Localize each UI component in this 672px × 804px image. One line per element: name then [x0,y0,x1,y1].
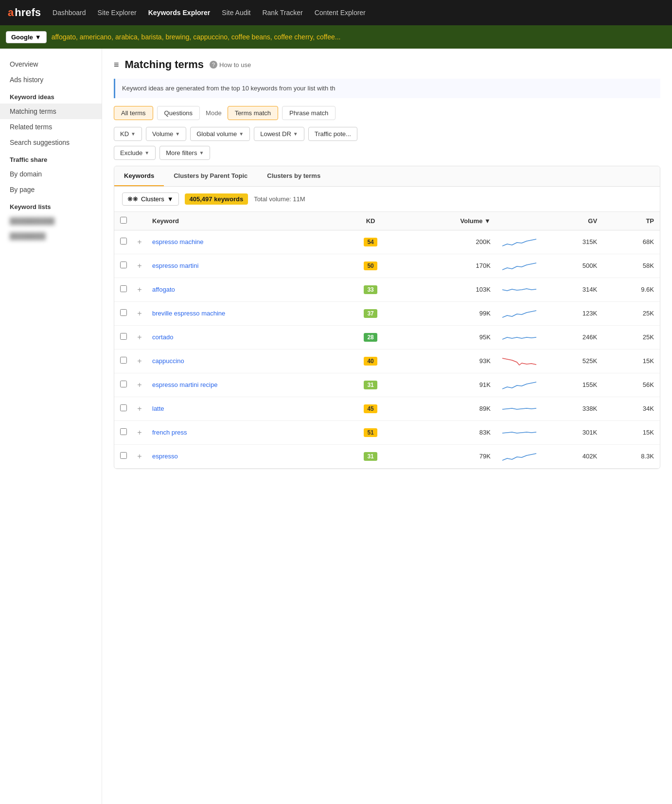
how-to-use-link[interactable]: ? How to use [210,61,251,69]
sidebar-item-overview[interactable]: Overview [0,56,102,72]
row-volume-cell-6: 91K [400,373,496,397]
sidebar-item-related-terms[interactable]: Related terms [0,119,102,135]
sidebar-item-search-suggestions[interactable]: Search suggestions [0,135,102,150]
table-tab-keywords[interactable]: Keywords [114,166,164,186]
row-keyword-cell-3: breville espresso machine [146,301,341,325]
row-checkbox-9[interactable] [120,452,127,459]
filter-lowest-dr[interactable]: Lowest DR ▼ [254,127,304,141]
kd-badge-1: 50 [364,262,377,270]
row-checkbox-8[interactable] [120,428,127,435]
table-tab-clusters-parent[interactable]: Clusters by Parent Topic [164,166,257,186]
nav-keywords-explorer[interactable]: Keywords Explorer [148,9,211,17]
logo[interactable]: a hrefs [8,6,41,19]
info-box: Keyword ideas are generated from the top… [114,79,660,98]
info-text: Keyword ideas are generated from the top… [122,85,336,92]
keyword-link-3[interactable]: breville espresso machine [152,310,225,317]
add-keyword-icon-8[interactable]: + [135,428,143,437]
row-kd-cell-8: 51 [341,420,400,444]
row-checkbox-1[interactable] [120,262,127,268]
table-row: + espresso martini 50 170K 500K 58K [114,254,660,278]
row-checkbox-cell-1 [114,254,133,278]
keyword-link-5[interactable]: cappuccino [152,357,184,365]
sidebar-item-matching-terms[interactable]: Matching terms [0,104,102,119]
keyword-link-4[interactable]: cortado [152,333,173,341]
keyword-link-1[interactable]: espresso martini [152,262,198,269]
row-volume-cell-1: 170K [400,254,496,278]
row-checkbox-0[interactable] [120,238,127,245]
row-plus-cell-9: + [133,444,146,468]
keywords-count-badge: 405,497 keywords [185,193,248,205]
row-tp-cell-5: 15K [603,349,660,373]
add-keyword-icon-2[interactable]: + [135,285,143,294]
nav-content-explorer[interactable]: Content Explorer [315,9,366,17]
row-plus-cell-2: + [133,278,146,301]
row-checkbox-4[interactable] [120,333,127,340]
filter-more[interactable]: More filters ▼ [159,146,210,160]
table-tab-clusters-terms[interactable]: Clusters by terms [257,166,330,186]
more-arrow: ▼ [199,150,204,156]
how-to-use-label: How to use [219,61,251,69]
logo-hrefs: hrefs [15,6,41,19]
kd-badge-8: 51 [364,428,377,437]
row-checkbox-2[interactable] [120,285,127,292]
hamburger-icon[interactable]: ≡ [114,60,119,70]
sidebar-item-ads-history[interactable]: Ads history [0,72,102,87]
row-checkbox-7[interactable] [120,404,127,411]
exclude-arrow: ▼ [144,150,149,156]
tab-questions[interactable]: Questions [157,106,200,120]
row-keyword-cell-5: cappuccino [146,349,341,373]
row-plus-cell-6: + [133,373,146,397]
engine-selector[interactable]: Google ▼ [6,31,47,43]
add-keyword-icon-9[interactable]: + [135,452,143,460]
col-header-tp: TP [603,212,660,230]
tab-terms-match[interactable]: Terms match [228,106,278,120]
row-plus-cell-1: + [133,254,146,278]
add-keyword-icon-4[interactable]: + [135,333,143,341]
table-tabs: Keywords Clusters by Parent Topic Cluste… [114,166,660,187]
nav-site-audit[interactable]: Site Audit [222,9,250,17]
filter-kd[interactable]: KD ▼ [114,127,142,141]
nav-site-explorer[interactable]: Site Explorer [98,9,137,17]
add-keyword-icon-5[interactable]: + [135,357,143,365]
add-keyword-icon-6[interactable]: + [135,381,143,389]
filter-exclude[interactable]: Exclude ▼ [114,146,156,160]
row-volume-cell-7: 89K [400,397,496,420]
col-header-volume[interactable]: Volume ▼ [400,212,496,230]
row-checkbox-3[interactable] [120,309,127,316]
nav-dashboard[interactable]: Dashboard [53,9,86,17]
filter-volume[interactable]: Volume ▼ [146,127,186,141]
row-checkbox-5[interactable] [120,357,127,364]
filter-row-1: KD ▼ Volume ▼ Global volume ▼ Lowest DR … [114,127,660,141]
clusters-button[interactable]: ❋❋ Clusters ▼ [122,192,179,206]
add-keyword-icon-1[interactable]: + [135,262,143,270]
sidebar-item-by-page[interactable]: By page [0,182,102,197]
row-chart-cell-2 [496,278,542,301]
select-all-checkbox[interactable] [120,217,127,224]
keyword-link-0[interactable]: espresso machine [152,238,204,245]
keyword-link-7[interactable]: latte [152,405,164,412]
kd-arrow: ▼ [131,131,136,137]
tab-phrase-match[interactable]: Phrase match [282,106,336,120]
keyword-link-9[interactable]: espresso [152,453,178,460]
add-keyword-icon-7[interactable]: + [135,404,143,413]
clusters-label: Clusters [141,195,164,203]
row-gv-cell-0: 315K [542,230,603,254]
sidebar-item-by-domain[interactable]: By domain [0,166,102,182]
nav-rank-tracker[interactable]: Rank Tracker [262,9,302,17]
keyword-link-2[interactable]: affogato [152,286,175,293]
col-header-kd: KD [341,212,400,230]
row-gv-cell-8: 301K [542,420,603,444]
clusters-icon: ❋❋ [127,195,138,203]
clusters-arrow: ▼ [167,195,174,203]
filter-global-volume[interactable]: Global volume ▼ [190,127,250,141]
filter-traffic-potential[interactable]: Traffic pote... [308,127,357,141]
keyword-link-8[interactable]: french press [152,429,187,436]
row-checkbox-6[interactable] [120,381,127,387]
add-keyword-icon-3[interactable]: + [135,309,143,317]
main-content: ≡ Matching terms ? How to use Keyword id… [102,49,672,804]
search-keywords-text: affogato, americano, arabica, barista, b… [52,33,341,41]
col-header-keyword: Keyword [146,212,341,230]
keyword-link-6[interactable]: espresso martini recipe [152,381,217,388]
add-keyword-icon-0[interactable]: + [135,238,143,246]
tab-all-terms[interactable]: All terms [114,106,153,120]
